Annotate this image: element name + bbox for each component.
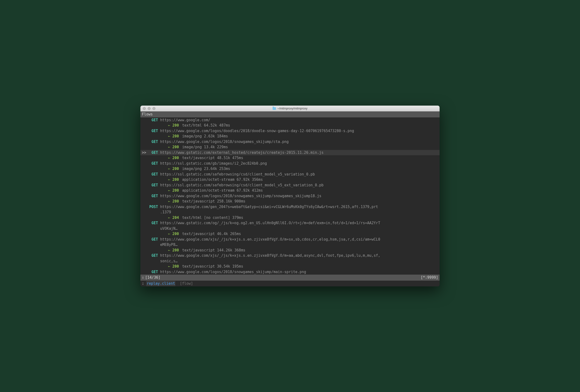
response-meta: image/png 23.64k 253ms bbox=[179, 167, 230, 171]
request-url: https://www.gstatic.com/external_hosted/… bbox=[158, 150, 323, 156]
response-meta: image/png 2.63k 184ms bbox=[179, 134, 228, 138]
response-row: ← 200 text/javascript 48.51k 475ms bbox=[141, 155, 439, 161]
status-code: 204 bbox=[172, 215, 179, 220]
cursor-indicator bbox=[142, 139, 147, 145]
flow-row[interactable]: GEThttps://www.google.com/logos/2018/sno… bbox=[141, 269, 439, 275]
response-meta: text/javascript 258.16k 900ms bbox=[179, 199, 245, 203]
status-left: ⇩[14/36] bbox=[142, 275, 160, 280]
status-code: 200 bbox=[172, 264, 179, 269]
cursor-indicator bbox=[142, 204, 147, 210]
response-meta: text/javascript 46.4k 265ms bbox=[179, 232, 241, 236]
flow-row[interactable]: GEThttps://www.google.com/logos/2018/sno… bbox=[141, 139, 439, 145]
cursor-indicator bbox=[142, 237, 147, 242]
response-arrow-icon: ← bbox=[168, 199, 172, 203]
response-arrow-icon: ← bbox=[168, 134, 172, 138]
flow-row[interactable]: GEThttps://www.google.com/xjs/_/js/k=xjs… bbox=[141, 237, 439, 242]
terminal-window: ~/mitmproxy/mitmproxy Flows GEThttps://w… bbox=[141, 105, 439, 287]
response-arrow-icon: ← bbox=[168, 264, 172, 269]
cmd-input[interactable]: replay.client bbox=[146, 281, 175, 287]
response-row: ← 204 text/html [no content] 379ms bbox=[141, 215, 439, 221]
flow-row[interactable]: GEThttps://www.google.com/ bbox=[141, 117, 439, 123]
http-method: GET bbox=[147, 253, 158, 258]
response-row: ← 200 text/html 64.52k 487ms bbox=[141, 123, 439, 128]
cursor-indicator bbox=[142, 253, 147, 258]
cursor-indicator bbox=[142, 183, 147, 188]
close-button[interactable] bbox=[143, 107, 146, 110]
response-row: ← 200 application/octet-stream 67.92k 41… bbox=[141, 188, 439, 193]
request-url-continuation: eMEByP8… bbox=[141, 242, 439, 248]
http-method: GET bbox=[147, 161, 158, 166]
http-method: GET bbox=[147, 128, 158, 134]
request-url: https://ssl.gstatic.com/safebrowsing/csd… bbox=[158, 172, 315, 177]
status-code: 200 bbox=[172, 145, 179, 149]
http-method: GET bbox=[147, 183, 158, 188]
cursor-indicator bbox=[142, 193, 147, 199]
status-code: 200 bbox=[172, 248, 179, 252]
status-code: 200 bbox=[172, 178, 179, 182]
response-row: ← 200 image/png 13.4k 229ms bbox=[141, 144, 439, 150]
request-url: https://www.google.com/logos/doodles/201… bbox=[158, 128, 354, 134]
request-url: https://www.google.com/logos/2018/snowga… bbox=[158, 139, 289, 145]
flow-row[interactable]: GEThttps://ssl.gstatic.com/safebrowsing/… bbox=[141, 172, 439, 177]
status-bar: ⇩[14/36] [*:9999] bbox=[141, 275, 439, 281]
title-text: ~/mitmproxy/mitmproxy bbox=[278, 107, 307, 110]
position-indicator: [14/36] bbox=[145, 275, 160, 280]
http-method: POST bbox=[147, 204, 158, 210]
response-arrow-icon: ← bbox=[168, 215, 172, 220]
minimize-button[interactable] bbox=[148, 107, 150, 110]
response-meta: text/javascript 30.54k 195ms bbox=[179, 264, 243, 269]
request-url: https://www.google.com/ bbox=[158, 117, 210, 123]
http-method: GET bbox=[147, 117, 158, 123]
traffic-lights bbox=[143, 107, 155, 110]
http-method: GET bbox=[147, 237, 158, 242]
flow-row[interactable]: GEThttps://ssl.gstatic.com/safebrowsing/… bbox=[141, 183, 439, 188]
response-row: ← 200 image/png 2.63k 184ms bbox=[141, 134, 439, 139]
response-arrow-icon: ← bbox=[168, 145, 172, 149]
response-row: ← 200 text/javascript 258.16k 900ms bbox=[141, 199, 439, 204]
http-method: GET bbox=[147, 220, 158, 226]
flow-list[interactable]: GEThttps://www.google.com/← 200 text/htm… bbox=[141, 117, 439, 275]
request-url: https://www.gstatic.com/og/_/js/k=og.og2… bbox=[158, 220, 380, 226]
request-url: https://www.google.com/logos/2018/snowga… bbox=[158, 193, 321, 199]
command-line[interactable]: : replay.client [flow] bbox=[141, 281, 439, 287]
cursor-indicator bbox=[142, 128, 147, 134]
request-url: https://www.google.com/gen_204?s=webaft&… bbox=[158, 204, 378, 210]
response-row: ← 200 text/javascript 144.26k 368ms bbox=[141, 248, 439, 253]
status-code: 200 bbox=[172, 232, 179, 236]
titlebar[interactable]: ~/mitmproxy/mitmproxy bbox=[141, 105, 439, 111]
response-row: ← 200 image/png 23.64k 253ms bbox=[141, 166, 439, 172]
request-url: https://ssl.gstatic.com/gb/images/i2_2ec… bbox=[158, 161, 267, 166]
response-arrow-icon: ← bbox=[168, 123, 172, 127]
terminal-body[interactable]: Flows GEThttps://www.google.com/← 200 te… bbox=[141, 111, 439, 287]
response-arrow-icon: ← bbox=[168, 188, 172, 193]
flow-row[interactable]: POSThttps://www.google.com/gen_204?s=web… bbox=[141, 204, 439, 210]
response-arrow-icon: ← bbox=[168, 156, 172, 160]
response-meta: text/javascript 48.51k 475ms bbox=[179, 156, 243, 160]
cursor-indicator: >> bbox=[142, 150, 147, 156]
cmd-hint: [flow] bbox=[175, 281, 193, 287]
scroll-down-icon: ⇩ bbox=[142, 275, 145, 280]
http-method: GET bbox=[147, 269, 158, 275]
response-meta: text/html 64.52k 487ms bbox=[179, 123, 230, 127]
response-arrow-icon: ← bbox=[168, 248, 172, 252]
status-code: 200 bbox=[172, 199, 179, 203]
status-code: 200 bbox=[172, 188, 179, 193]
response-meta: image/png 13.4k 229ms bbox=[179, 145, 228, 149]
response-row: ← 200 application/octet-stream 67.92k 35… bbox=[141, 177, 439, 183]
zoom-button[interactable] bbox=[152, 107, 155, 110]
response-meta: text/javascript 144.26k 368ms bbox=[179, 248, 245, 252]
flow-row[interactable]: GEThttps://www.gstatic.com/og/_/js/k=og.… bbox=[141, 220, 439, 226]
flow-row[interactable]: GEThttps://www.google.com/logos/doodles/… bbox=[141, 128, 439, 134]
flow-row[interactable]: GEThttps://www.google.com/logos/2018/sno… bbox=[141, 193, 439, 199]
response-row: ← 200 text/javascript 30.54k 195ms bbox=[141, 264, 439, 269]
flow-row[interactable]: >>GEThttps://www.gstatic.com/external_ho… bbox=[141, 150, 439, 156]
flow-row[interactable]: GEThttps://ssl.gstatic.com/gb/images/i2_… bbox=[141, 161, 439, 166]
response-arrow-icon: ← bbox=[168, 178, 172, 182]
request-url: https://ssl.gstatic.com/safebrowsing/csd… bbox=[158, 183, 323, 188]
response-meta: application/octet-stream 67.92k 356ms bbox=[179, 178, 263, 182]
cursor-indicator bbox=[142, 172, 147, 177]
request-url: https://www.google.com/xjs/_/js/k=xjs.s.… bbox=[158, 253, 380, 258]
response-meta: application/octet-stream 67.92k 412ms bbox=[179, 188, 263, 193]
status-code: 200 bbox=[172, 156, 179, 160]
flow-row[interactable]: GEThttps://www.google.com/xjs/_/js/k=xjs… bbox=[141, 253, 439, 258]
